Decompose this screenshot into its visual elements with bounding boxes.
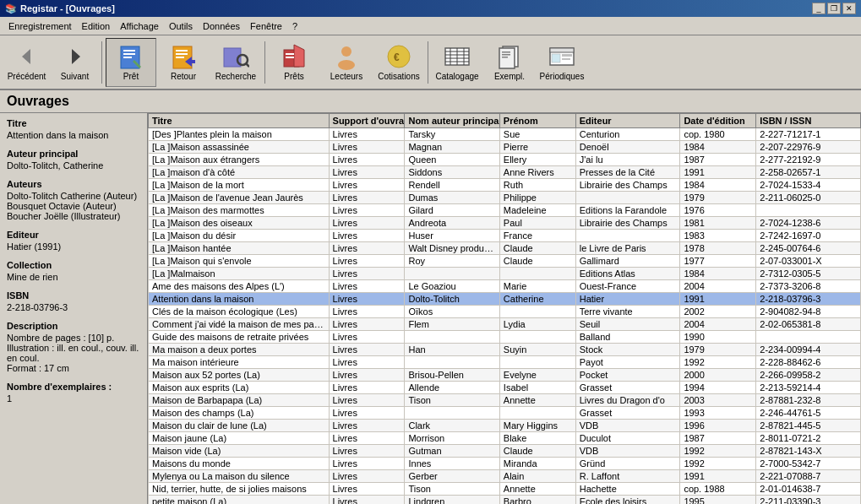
menu-outils[interactable]: Outils <box>164 19 198 33</box>
cell-auteur: Gerber <box>405 470 499 483</box>
lecteurs-button[interactable]: Lecteurs <box>321 38 372 87</box>
col-header-date[interactable]: Date d'édition <box>680 114 756 128</box>
cell-editeur: Seuil <box>575 318 680 331</box>
table-row[interactable]: Maison aux esprits (La)LivresAllendeIsab… <box>149 382 861 394</box>
minimize-button[interactable]: _ <box>812 3 826 14</box>
menu-edition[interactable]: Edition <box>77 19 116 33</box>
table-row[interactable]: Comment j'ai vidé la maison de mes parer… <box>149 318 861 331</box>
table-container[interactable]: Titre Support d'ouvrage Nom auteur princ… <box>148 113 861 504</box>
table-row[interactable]: Ame des maisons des Alpes (L')LivresLe G… <box>149 280 861 293</box>
table-row[interactable]: Maison vide (La)LivresGutmanClaudeVDB199… <box>149 445 861 458</box>
cell-prenom: Paul <box>499 217 575 230</box>
description-label: Description <box>7 321 140 331</box>
cell-editeur: Gallimard <box>575 255 680 268</box>
cotisations-button[interactable]: € Cotisations <box>373 38 424 87</box>
cell-editeur: Payot <box>575 356 680 369</box>
menu-affichage[interactable]: Affichage <box>115 19 164 33</box>
cell-date: 2000 <box>680 369 756 382</box>
table-row[interactable]: [La ]Maison de l'avenue Jean JaurèsLivre… <box>149 192 861 204</box>
cell-titre: Maisons du monde <box>149 458 330 470</box>
table-row[interactable]: [La ]Maison aux étrangersLivresQueenElle… <box>149 154 861 166</box>
table-row[interactable]: [La ]Maison de la mortLivresRendellRuthL… <box>149 179 861 192</box>
cell-support: Livres <box>329 306 405 318</box>
table-row[interactable]: [La ]Maison hantéeLivresWalt Disney prod… <box>149 242 861 255</box>
prets-button[interactable]: Prêts <box>269 38 319 87</box>
col-header-support[interactable]: Support d'ouvrage <box>329 114 405 128</box>
cell-prenom: Ruth <box>499 179 575 192</box>
cell-titre: [La ]Maison qui s'envole <box>149 255 330 268</box>
cell-editeur: Hachette <box>575 483 680 496</box>
cell-auteur: Lindgren <box>405 496 499 505</box>
table-row[interactable]: Maison aux 52 portes (La)LivresBrisou-Pe… <box>149 369 861 382</box>
table-row[interactable]: [La ]Maison assassinéeLivresMagnanPierre… <box>149 141 861 154</box>
cell-prenom <box>499 356 575 369</box>
cell-support: Livres <box>329 382 405 394</box>
menu-enregistrement[interactable]: Enregistrement <box>3 19 77 33</box>
svg-rect-39 <box>562 58 570 60</box>
table-row[interactable]: [La ]Maison qui s'envoleLivresRoyClaudeG… <box>149 255 861 268</box>
cell-auteur: Brisou-Pellen <box>405 369 499 382</box>
cell-prenom: Claude <box>499 255 575 268</box>
menu-fenetre[interactable]: Fenêtre <box>245 19 287 33</box>
previous-button[interactable]: Précédent <box>3 38 50 87</box>
cell-prenom: Miranda <box>499 458 575 470</box>
table-row[interactable]: Mylenya ou La maison du silenceLivresGer… <box>149 470 861 483</box>
cell-auteur: Gutman <box>405 445 499 458</box>
menu-donnees[interactable]: Données <box>198 19 245 33</box>
col-header-titre[interactable]: Titre <box>149 114 330 128</box>
table-row[interactable]: Ma maison a deux portesLivresHanSuyinSto… <box>149 344 861 356</box>
col-header-prenom[interactable]: Prénom <box>499 114 575 128</box>
table-row[interactable]: [La ]MalmaisonLivresEditions Atlas19842-… <box>149 268 861 280</box>
auteur-principal-value: Dolto-Tolitch, Catherine <box>7 160 140 171</box>
periodiques-button[interactable]: Périodiques <box>537 38 587 87</box>
cell-titre: Maison de Barbapapa (La) <box>149 394 330 407</box>
table-row[interactable]: Maisons du mondeLivresInnesMirandaGründ1… <box>149 458 861 470</box>
table-row[interactable]: Maison des champs (La)LivresGrasset19932… <box>149 407 861 420</box>
next-button[interactable]: Suivant <box>52 38 98 87</box>
table-row[interactable]: Nid, terrier, hutte, de si jolies maison… <box>149 483 861 496</box>
menu-help[interactable]: ? <box>287 19 302 33</box>
cell-isbn: 2-277-22192-9 <box>756 154 861 166</box>
table-row[interactable]: Attention dans la maisonLivresDolto-Toli… <box>149 293 861 306</box>
table-row[interactable]: Maison de Barbapapa (La)LivresTisonAnnet… <box>149 394 861 407</box>
cell-date: 2004 <box>680 318 756 331</box>
table-row[interactable]: [La ]Maison du désirLivresHuserFrance198… <box>149 230 861 242</box>
cell-titre: Ma maison intérieure <box>149 356 330 369</box>
catalogage-button[interactable]: Catalogage <box>432 38 482 87</box>
table-row[interactable]: [Des ]Plantes plein la maisonLivresTarsk… <box>149 128 861 141</box>
table-row[interactable]: Maison jaune (La)LivresMorrisonBlakeDucu… <box>149 432 861 445</box>
cell-support: Livres <box>329 141 405 154</box>
exempl-button[interactable]: Exempl. <box>484 38 535 87</box>
cell-auteur: Tison <box>405 483 499 496</box>
retour-button[interactable]: Retour <box>158 38 209 87</box>
table-row[interactable]: Maison du clair de lune (La)LivresClarkM… <box>149 420 861 432</box>
table-area: Titre Support d'ouvrage Nom auteur princ… <box>148 113 861 504</box>
cell-isbn: 2-7024-1238-6 <box>756 217 861 230</box>
recherche-button[interactable]: Recherche <box>210 38 261 87</box>
table-row[interactable]: [La ]Maison des marmottesLivresGilardMad… <box>149 204 861 217</box>
cell-date: 1981 <box>680 217 756 230</box>
pret-button[interactable]: Prêt <box>106 38 156 87</box>
table-row[interactable]: [La ]maison d'à côtéLivresSiddonsAnne Ri… <box>149 166 861 179</box>
svg-rect-10 <box>176 57 184 58</box>
cell-prenom: France <box>499 230 575 242</box>
cell-date: 1993 <box>680 407 756 420</box>
table-row[interactable]: petite maison (La)LivresLindgrenBarbroEc… <box>149 496 861 505</box>
table-row[interactable]: Clés de la maison écologique (Les)Livres… <box>149 306 861 318</box>
previous-icon <box>14 43 41 70</box>
col-header-editeur[interactable]: Editeur <box>575 114 680 128</box>
restore-button[interactable]: ❐ <box>827 3 841 14</box>
cell-support: Livres <box>329 255 405 268</box>
table-row[interactable]: [La ]Maison des oiseauxLivresAndreotaPau… <box>149 217 861 230</box>
col-header-isbn[interactable]: ISBN / ISSN <box>756 114 861 128</box>
col-header-auteur[interactable]: Nom auteur principal <box>405 114 499 128</box>
cell-support: Livres <box>329 356 405 369</box>
title-bar-controls: _ ❐ ✕ <box>812 3 856 14</box>
cell-prenom: Ellery <box>499 154 575 166</box>
table-row[interactable]: Ma maison intérieureLivresPayot19922-228… <box>149 356 861 369</box>
svg-point-19 <box>338 60 355 70</box>
cell-isbn: 2-221-07088-7 <box>756 470 861 483</box>
exemplaires-section: Nombre d'exemplaires : 1 <box>7 382 140 404</box>
table-row[interactable]: Guide des maisons de retraite privéesLiv… <box>149 331 861 344</box>
close-button[interactable]: ✕ <box>842 3 856 14</box>
